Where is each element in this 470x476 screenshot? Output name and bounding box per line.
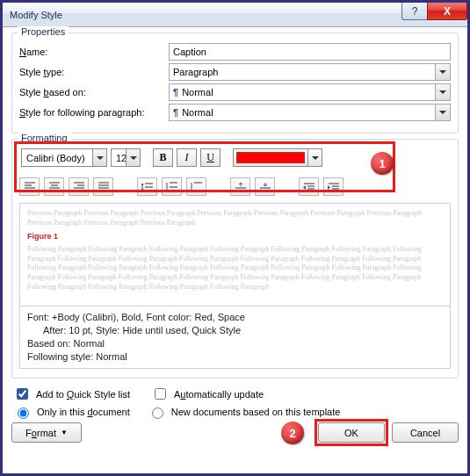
options-area: Add to Quick Style list Automatically up… [13,386,457,419]
help-button[interactable]: ? [401,3,428,20]
chevron-down-icon [435,64,450,80]
format-button[interactable]: Format▼ [11,422,82,443]
properties-group: Properties Name: Style type: Paragraph S… [11,32,459,133]
preview-prev-text: Previous Paragraph Previous Paragraph Pr… [27,209,443,228]
following-combo[interactable]: ¶Normal [169,104,451,121]
based-on-label: Style based on: [19,87,169,97]
add-quick-style-checkbox[interactable] [17,388,28,400]
preview-pane: Previous Paragraph Previous Paragraph Pr… [19,203,451,307]
line-spacing-1_5-button[interactable] [162,177,182,196]
space-before-increase-button[interactable] [230,177,250,196]
color-swatch [236,152,305,163]
chevron-down-icon [435,84,450,100]
following-label: Style for following paragraph: [19,107,169,118]
style-type-combo[interactable]: Paragraph [169,63,451,81]
ok-button[interactable]: OK [318,422,385,443]
only-this-doc-radio[interactable] [18,407,29,419]
line-spacing-2-button[interactable] [186,177,206,196]
only-this-doc-label: Only in this document [37,407,130,417]
preview-sample-text: Figure 1 [27,231,443,242]
decrease-indent-button[interactable] [299,177,319,196]
space-before-decrease-button[interactable] [255,177,275,196]
close-button[interactable]: X [427,3,467,20]
formatting-group-label: Formatting [18,133,71,143]
formatting-group: Formatting 1 Calibri (Body) 12 B I U [11,139,459,379]
cancel-button[interactable]: Cancel [392,422,459,443]
font-size-combo[interactable]: 12 [111,148,141,167]
add-quick-style-label: Add to Quick Style list [36,389,130,400]
italic-button[interactable]: I [177,148,197,167]
align-justify-button[interactable] [93,177,113,196]
based-on-combo[interactable]: ¶Normal [169,83,451,101]
svg-marker-42 [328,185,330,190]
chevron-down-icon [435,105,450,120]
chevron-down-icon [307,149,322,166]
annotation-callout-1: 1 [371,152,394,175]
preview-follow-text: Following Paragraph Following Paragraph … [27,245,443,292]
chevron-down-icon [126,149,140,166]
style-type-label: Style type: [19,67,169,77]
svg-marker-37 [303,185,306,190]
align-center-button[interactable] [44,177,64,196]
name-input[interactable] [169,43,451,61]
auto-update-label: Automatically update [174,389,264,400]
window-title: Modify Style [10,10,62,20]
pilcrow-icon: ¶ [173,107,178,118]
font-name-combo[interactable]: Calibri (Body) [21,148,107,167]
new-docs-label: New documents based on this template [171,407,341,417]
underline-button[interactable]: U [200,148,221,167]
properties-group-label: Properties [18,26,69,37]
title-bar: Modify Style ? X [3,3,467,27]
increase-indent-button[interactable] [323,177,343,196]
bold-button[interactable]: B [153,148,173,167]
chevron-down-icon: ▼ [61,429,68,436]
auto-update-checkbox[interactable] [155,388,166,400]
style-description: Font: +Body (Calibri), Bold, Font color:… [19,307,451,369]
pilcrow-icon: ¶ [173,87,178,97]
chevron-down-icon [92,149,106,166]
font-color-button[interactable] [233,148,322,167]
annotation-callout-2: 2 [281,422,304,444]
name-label: Name: [19,47,169,57]
align-left-button[interactable] [19,177,40,196]
line-spacing-1-button[interactable] [137,177,157,196]
new-docs-radio[interactable] [152,407,163,419]
align-right-button[interactable] [69,177,89,196]
